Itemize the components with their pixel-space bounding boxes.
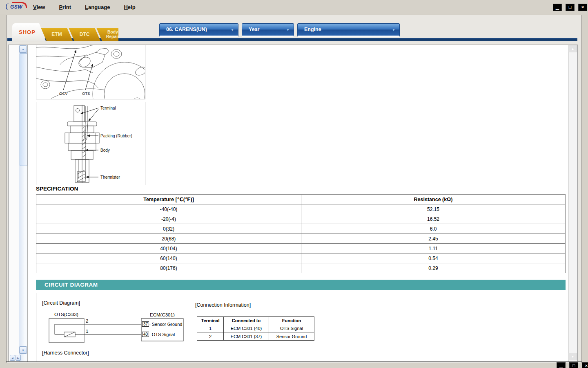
engine-line-art: OCV OTS	[36, 45, 145, 99]
window-controls: ▁ □ ×	[553, 4, 587, 11]
child-window-controls: ▁ □ ×	[557, 362, 588, 368]
sensor-label-thermister: Thermister	[100, 175, 120, 180]
scroll-right-button[interactable]: ►	[16, 355, 21, 361]
right-arrow-icon: ►	[17, 357, 20, 359]
table-row: 60(140)0.54	[36, 254, 566, 263]
logo-swoosh-shape	[12, 2, 27, 8]
table-header-row: Temperature [℃(℉)] Resistance (kΩ)	[36, 195, 566, 204]
logo-paren-shape	[6, 3, 11, 10]
tab-dtc[interactable]: DTC	[69, 28, 100, 41]
tab-etm[interactable]: ETM	[41, 28, 73, 41]
year-dropdown[interactable]: Year ▼	[242, 23, 294, 37]
wire-2-label: 2	[86, 319, 88, 323]
vehicle-dropdown[interactable]: 06. CARENS(UN) ▼	[159, 23, 238, 37]
wire-1-label: 1	[86, 329, 88, 334]
content-area: ▲ ▼ ◄ ► ▲ ▼	[8, 45, 578, 362]
chevron-down-icon: ▼	[231, 24, 234, 36]
tab-body-repair[interactable]: BodyRepair	[96, 28, 118, 41]
table-row: 1 ECM C301 (40) OTS Signal	[197, 324, 314, 332]
scroll-down-button[interactable]: ▼	[568, 353, 577, 360]
scroll-up-button[interactable]: ▲	[19, 45, 27, 53]
maximize-icon[interactable]: □	[566, 4, 575, 11]
tab-strip: SHOP ETM DTC BodyRepair	[11, 23, 118, 41]
menu-help[interactable]: Help	[119, 3, 140, 11]
down-arrow-icon: ▼	[571, 355, 575, 359]
close-icon[interactable]: ×	[578, 4, 587, 11]
circuit-diagram-caption: [Circuit Diagram]	[42, 300, 80, 306]
sensor-label-body: Body	[100, 148, 110, 153]
table-header-row: Terminal Connected to Function	[197, 317, 314, 324]
left-arrow-icon: ◄	[11, 357, 14, 359]
harness-connector-caption: [Harness Connector]	[42, 350, 89, 356]
menu-print[interactable]: Print	[54, 3, 76, 11]
minimize-icon[interactable]: ▁	[553, 4, 562, 11]
table-row: 0(32)6.0	[36, 224, 566, 234]
column-header-temperature: Temperature [℃(℉)]	[36, 195, 301, 204]
table-row: -40(-40)52.15	[36, 204, 566, 214]
maximize-icon[interactable]: □	[569, 362, 578, 368]
circuit-diagram-section-header: CIRCUIT DIAGRAM	[36, 280, 566, 290]
table-row: 20(68)2.45	[36, 234, 566, 244]
engine-dropdown[interactable]: Engine ▼	[297, 23, 400, 37]
ecm-pin-40: 40- OTS Signal	[142, 332, 175, 337]
table-row: 40(104)1.11	[36, 244, 566, 254]
ots-connector-label: OTS(C333)	[54, 312, 78, 317]
tab-shop[interactable]: SHOP	[12, 23, 46, 41]
engine-label-ocv: OCV	[59, 91, 68, 96]
scroll-up-button[interactable]: ▲	[568, 45, 577, 52]
up-arrow-icon: ▲	[22, 48, 24, 51]
menu-bar: GSW View Print Language Help	[0, 0, 588, 14]
table-row: -20(-4)16.52	[36, 214, 566, 224]
close-icon[interactable]: ×	[582, 362, 588, 368]
connection-information-caption: [Connection Information]	[195, 302, 251, 308]
column-header-resistance: Resistance (kΩ)	[301, 195, 566, 204]
specification-heading: SPECIFICATION	[36, 186, 78, 192]
down-arrow-icon: ▼	[22, 349, 24, 352]
minimize-icon[interactable]: ▁	[557, 362, 566, 368]
right-scrollbar-track[interactable]	[568, 45, 577, 362]
up-arrow-icon: ▲	[571, 47, 575, 51]
ecm-pin-37: 37- Sensor Ground	[142, 321, 182, 327]
left-scrollbar-thumb[interactable]	[20, 53, 27, 166]
table-row: 2 ECM C301 (37) Sensor Ground	[197, 332, 314, 341]
sensor-figure: Terminal Packing (Rubber) Body Thermiste…	[36, 102, 145, 185]
circuit-figure: [Circuit Diagram] OTS(C333) ECM(C301) 2 …	[36, 293, 322, 362]
sensor-line-art: Terminal Packing (Rubber) Body Thermiste…	[36, 102, 145, 185]
ecm-connector-label: ECM(C301)	[150, 312, 175, 317]
engine-figure: OCV OTS	[36, 45, 145, 99]
menu-language[interactable]: Language	[80, 3, 114, 11]
menu-view[interactable]: View	[29, 3, 49, 11]
chevron-down-icon: ▼	[286, 24, 290, 36]
sensor-label-terminal: Terminal	[100, 106, 116, 110]
gsw-logo: GSW	[7, 2, 26, 11]
connection-information-table: Terminal Connected to Function 1 ECM C30…	[197, 316, 314, 341]
sensor-label-packing: Packing (Rubber)	[100, 134, 132, 138]
scroll-left-button[interactable]: ◄	[10, 355, 15, 361]
table-row: 80(176)0.29	[36, 263, 566, 273]
specification-table: Temperature [℃(℉)] Resistance (kΩ) -40(-…	[36, 194, 566, 273]
engine-label-ots: OTS	[82, 91, 90, 96]
chevron-down-icon: ▼	[392, 24, 395, 36]
left-nav-panel: ▲ ▼ ◄ ►	[9, 45, 28, 362]
frame-bottom-edge	[6, 361, 582, 362]
scroll-down-button[interactable]: ▼	[19, 346, 27, 354]
